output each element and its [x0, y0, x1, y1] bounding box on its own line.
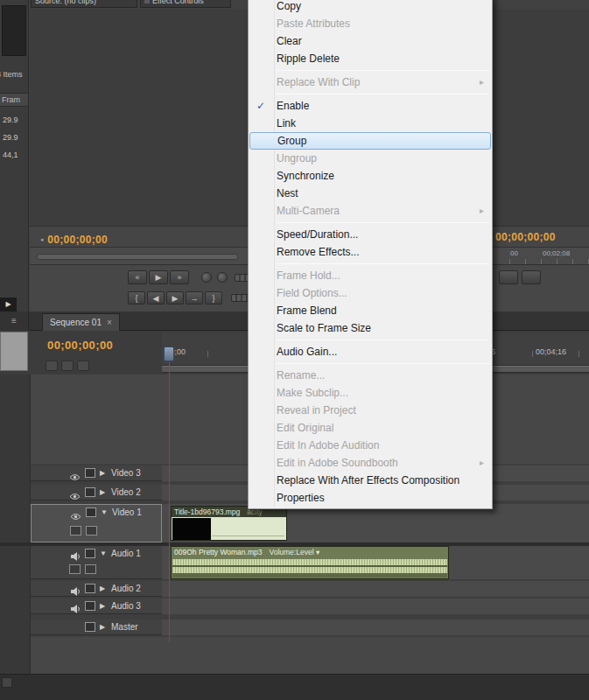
toggle-track-output-icon[interactable]	[69, 469, 81, 478]
menu-item-edit-original: Edit Original	[249, 419, 491, 437]
display-style-button[interactable]	[70, 526, 81, 536]
menu-item-label: Field Options...	[277, 287, 347, 299]
go-to-in-button[interactable]: «	[128, 270, 147, 284]
set-in-button[interactable]: {	[128, 291, 145, 304]
source-scrollbar[interactable]	[37, 254, 238, 260]
menu-item-multi-camera: Multi-Camera▸	[249, 202, 491, 220]
source-timecode[interactable]: ●00;00;00;00	[40, 231, 108, 247]
step-forward-button[interactable]: ▶	[166, 291, 184, 304]
toggle-track-output-icon[interactable]	[69, 488, 81, 497]
track-name[interactable]: Video 2	[111, 487, 141, 497]
track-name[interactable]: Audio 3	[111, 601, 141, 611]
menu-item-paste-attributes: Paste Attributes	[249, 15, 491, 32]
expand-track-icon[interactable]: ▶	[100, 488, 105, 496]
collapse-track-icon[interactable]: ▼	[100, 550, 107, 557]
expand-track-icon[interactable]: ▶	[100, 584, 105, 592]
project-cell-samplerate: 44,1	[3, 150, 18, 159]
program-timecode[interactable]: 00;00;00;00	[495, 231, 556, 243]
track-name[interactable]: Master	[111, 622, 138, 632]
expand-track-icon[interactable]: ▶	[100, 469, 105, 477]
set-display-style-icon[interactable]	[85, 549, 95, 558]
menu-separator	[277, 94, 489, 94]
menu-item-nest[interactable]: Nest	[249, 185, 491, 202]
panel-menu-icon[interactable]: ≡	[0, 312, 29, 331]
tab-sequence-01[interactable]: Sequence 01×	[42, 313, 120, 331]
go-to-out-button[interactable]: »	[170, 270, 189, 284]
menu-separator	[277, 340, 489, 340]
shuttle-knob[interactable]	[217, 272, 228, 283]
menu-item-synchronize[interactable]: Synchronize	[249, 167, 491, 185]
expand-track-icon[interactable]: ▶	[100, 602, 105, 610]
set-display-style-icon[interactable]	[85, 584, 95, 593]
play-button[interactable]: ▶	[149, 270, 168, 284]
project-cell-framerate: 29.9	[3, 116, 18, 124]
menu-item-link[interactable]: Link	[249, 115, 491, 132]
menu-item-properties[interactable]: Properties	[249, 489, 491, 507]
snap-toggle-icon[interactable]	[46, 360, 58, 371]
track-name[interactable]: Video 3	[111, 468, 141, 478]
menu-item-clear[interactable]: Clear	[249, 32, 491, 50]
tab-effect-controls[interactable]: Effect Controls	[140, 0, 231, 8]
menu-item-label: Clear	[277, 35, 302, 47]
set-display-style-icon[interactable]	[86, 508, 96, 517]
menu-item-audio-gain[interactable]: Audio Gain...	[249, 343, 491, 360]
empty-track-area[interactable]	[31, 637, 589, 674]
scrollbar-corner-box[interactable]	[2, 677, 12, 688]
toggle-track-audio-icon[interactable]	[70, 549, 81, 558]
step-back-button[interactable]: ◀	[147, 291, 165, 304]
track-name[interactable]: Video 1	[112, 508, 142, 517]
expand-track-icon[interactable]: ▶	[100, 623, 105, 631]
menu-item-replace-with-after-effects-composition[interactable]: Replace With After Effects Composition	[249, 472, 491, 489]
opacity-rubber-band[interactable]	[212, 536, 284, 536]
display-style-button[interactable]	[69, 564, 81, 574]
toggle-track-audio-icon[interactable]	[70, 584, 81, 593]
menu-item-edit-in-adobe-audition: Edit In Adobe Audition	[249, 437, 491, 454]
audio3-track-header: ▶ Audio 3	[31, 598, 162, 614]
track-name[interactable]: Audio 1	[111, 549, 141, 558]
audio-clip-volume-label[interactable]: Volume:Level	[269, 548, 313, 556]
program-transport-button[interactable]	[522, 270, 541, 284]
menu-item-ripple-delete[interactable]: Ripple Delete	[249, 50, 491, 67]
timeline-timecode[interactable]: 00;00;00;00	[47, 339, 113, 352]
menu-item-remove-effects[interactable]: Remove Effects...	[249, 243, 491, 261]
panel-flyout-arrow[interactable]: ▶	[0, 298, 17, 312]
set-out-button[interactable]: }	[205, 291, 222, 304]
menu-item-rename: Rename...	[249, 367, 491, 384]
jog-knob[interactable]	[201, 272, 212, 283]
video-clip-title[interactable]: Title-1bd96793.mpgacity	[171, 506, 287, 541]
project-column-header[interactable]: Fram	[2, 95, 20, 104]
menu-item-enable[interactable]: ✓Enable	[249, 97, 491, 115]
menu-item-scale-to-frame-size[interactable]: Scale to Frame Size	[249, 319, 491, 337]
program-mini-ruler[interactable]: 00 00;02;08	[494, 248, 589, 265]
tab-source-monitor[interactable]: Source: (no clips)	[31, 0, 137, 8]
set-display-style-icon[interactable]	[85, 601, 95, 611]
menu-item-label: Edit Original	[277, 422, 333, 434]
menu-item-copy[interactable]: Copy	[249, 0, 491, 15]
set-display-style-icon[interactable]	[85, 622, 95, 632]
current-time-indicator-line[interactable]	[169, 362, 170, 642]
project-panel-edge: 3 Items Fram 29.9 29.9 44,1	[0, 0, 29, 312]
set-display-style-icon[interactable]	[85, 487, 95, 497]
toggle-track-audio-icon[interactable]	[70, 601, 81, 611]
set-marker-icon[interactable]	[77, 360, 89, 371]
show-keyframes-button[interactable]	[85, 564, 96, 574]
track-name[interactable]: Audio 2	[111, 584, 141, 593]
menu-item-group[interactable]: Group	[249, 132, 491, 150]
dropdown-arrow-icon[interactable]: ▾	[316, 548, 319, 556]
side-panel-block	[0, 332, 28, 371]
set-encore-marker-icon[interactable]	[61, 360, 74, 371]
playhead-marker[interactable]	[164, 346, 174, 361]
project-items-count: 3 Items	[0, 70, 23, 79]
program-transport-button[interactable]	[499, 270, 518, 284]
menu-item-frame-blend[interactable]: Frame Blend	[249, 302, 491, 319]
show-keyframes-button[interactable]	[86, 526, 97, 536]
collapse-track-icon[interactable]: ▼	[101, 508, 108, 516]
toggle-track-output-icon[interactable]	[70, 508, 82, 517]
menu-item-speed-duration[interactable]: Speed/Duration...	[249, 226, 491, 243]
clip-thumbnail	[172, 518, 211, 540]
loop-button[interactable]: →	[186, 291, 203, 304]
set-display-style-icon[interactable]	[85, 468, 95, 478]
audio-clip-song[interactable]: 009Oh Pretty Woman.mp3Volume:Level ▾	[171, 546, 449, 579]
close-tab-icon[interactable]: ×	[107, 318, 112, 327]
menu-item-label: Edit In Adobe Audition	[277, 439, 379, 452]
